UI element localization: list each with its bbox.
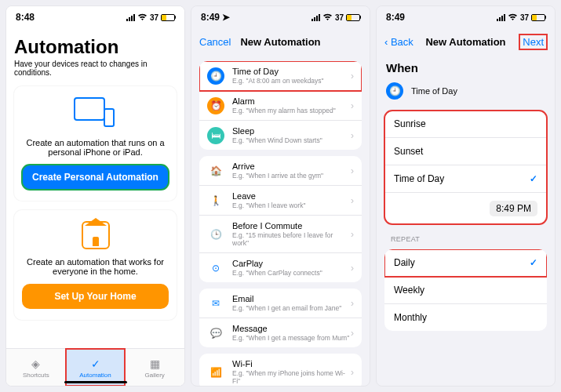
option-time-of-day[interactable]: Time of Day✓	[384, 165, 547, 193]
page-subtitle: Have your devices react to changes in co…	[14, 60, 177, 77]
status-bar: 8:48 37	[6, 6, 184, 28]
trigger-group-connectivity: 📶 Wi-FiE.g. "When my iPhone joins home W…	[199, 354, 362, 386]
check-icon: ✓	[530, 173, 537, 184]
chevron-right-icon: ›	[351, 71, 354, 82]
tab-automation[interactable]: ✓ Automation	[66, 349, 126, 386]
automation-icon: ✓	[89, 357, 103, 371]
status-time: 8:49	[201, 12, 220, 23]
when-header: When	[384, 61, 547, 74]
signal-icon	[126, 14, 135, 21]
screen-new-automation-triggers: 8:49 ➤ 37 Cancel New Automation 🕘 Time o…	[191, 5, 370, 387]
chevron-right-icon: ›	[351, 229, 354, 240]
tab-bar: ◈ Shortcuts ✓ Automation ▦ Gallery	[6, 348, 184, 386]
status-time: 8:48	[16, 12, 35, 23]
nav-bar: ‹ Back New Automation Next	[377, 28, 555, 55]
wifi-icon	[137, 13, 148, 21]
selected-trigger-row: 🕘 Time of Day	[384, 78, 547, 104]
trigger-leave[interactable]: 🚶 LeaveE.g. "When I leave work" ›	[199, 186, 362, 216]
tab-shortcuts[interactable]: ◈ Shortcuts	[6, 349, 66, 386]
wifi-icon	[508, 13, 518, 21]
home-icon	[82, 221, 110, 249]
email-icon: ✉	[207, 295, 224, 312]
trigger-group-communication: ✉ EmailE.g. "When I get an email from Ja…	[199, 289, 362, 347]
repeat-weekly[interactable]: Weekly	[384, 277, 547, 304]
chevron-right-icon: ›	[351, 165, 354, 176]
battery-pct: 37	[335, 13, 344, 22]
shortcuts-icon: ◈	[29, 357, 43, 371]
chevron-right-icon: ›	[351, 100, 354, 111]
trigger-sleep[interactable]: 🛏 SleepE.g. "When Wind Down starts" ›	[199, 121, 362, 150]
cancel-button[interactable]: Cancel	[199, 36, 231, 48]
devices-icon	[74, 97, 118, 127]
chevron-right-icon: ›	[351, 263, 354, 274]
chevron-right-icon: ›	[351, 298, 354, 309]
option-sunrise[interactable]: Sunrise	[384, 111, 547, 138]
commute-icon: 🕒	[207, 226, 224, 243]
trigger-time-of-day[interactable]: 🕘 Time of DayE.g. "At 8:00 am on weekday…	[199, 61, 362, 91]
location-icon: ➤	[222, 12, 230, 23]
trigger-message[interactable]: 💬 MessageE.g. "When I get a message from…	[199, 318, 362, 347]
arrive-icon: 🏠	[207, 162, 224, 180]
screen-automation-home: 8:48 37 Automation Have your devices rea…	[5, 5, 185, 387]
battery-pct: 37	[520, 13, 529, 22]
status-time: 8:49	[386, 12, 405, 23]
gallery-icon: ▦	[148, 357, 162, 371]
option-sunset[interactable]: Sunset	[384, 138, 547, 165]
nav-title: New Automation	[240, 36, 320, 48]
status-bar: 8:49 37	[377, 6, 555, 28]
next-button[interactable]: Next	[519, 34, 547, 49]
battery-icon	[531, 14, 545, 21]
check-icon: ✓	[530, 257, 537, 268]
repeat-label: REPEAT	[384, 235, 547, 243]
battery-icon	[161, 14, 175, 21]
page-title: Automation	[14, 36, 177, 58]
wifi-trigger-icon: 📶	[207, 364, 224, 381]
repeat-monthly[interactable]: Monthly	[384, 304, 547, 331]
screen-time-of-day-config: 8:49 37 ‹ Back New Automation Next When …	[376, 5, 556, 387]
chevron-right-icon: ›	[351, 130, 354, 141]
carplay-icon: ⊙	[207, 260, 224, 277]
create-personal-automation-button[interactable]: Create Personal Automation	[22, 165, 169, 190]
trigger-arrive[interactable]: 🏠 ArriveE.g. "When I arrive at the gym" …	[199, 156, 362, 186]
chevron-left-icon: ‹	[384, 36, 391, 48]
personal-card-text: Create an automation that runs on a pers…	[22, 138, 169, 157]
battery-pct: 37	[150, 13, 158, 22]
home-card-text: Create an automation that works for ever…	[22, 257, 169, 276]
clock-icon: 🕘	[386, 82, 403, 100]
trigger-commute[interactable]: 🕒 Before I CommuteE.g. "15 minutes befor…	[199, 216, 362, 253]
trigger-group-time: 🕘 Time of DayE.g. "At 8:00 am on weekday…	[199, 61, 362, 150]
clock-icon: 🕘	[207, 67, 224, 85]
tab-gallery[interactable]: ▦ Gallery	[125, 349, 184, 386]
repeat-daily[interactable]: Daily✓	[384, 249, 547, 277]
setup-home-button[interactable]: Set Up Your Home	[22, 284, 169, 309]
chevron-right-icon: ›	[351, 328, 354, 339]
battery-icon	[346, 14, 360, 21]
personal-automation-card: Create an automation that runs on a pers…	[14, 86, 177, 201]
wifi-icon	[322, 13, 333, 21]
trigger-email[interactable]: ✉ EmailE.g. "When I get an email from Ja…	[199, 289, 362, 318]
signal-icon	[311, 14, 320, 21]
trigger-alarm[interactable]: ⏰ AlarmE.g. "When my alarm has stopped" …	[199, 91, 362, 121]
status-bar: 8:49 ➤ 37	[191, 6, 370, 28]
home-automation-card: Create an automation that works for ever…	[14, 210, 177, 320]
alarm-icon: ⏰	[207, 97, 224, 114]
leave-icon: 🚶	[207, 192, 224, 209]
time-value[interactable]: 8:49 PM	[490, 201, 537, 216]
signal-icon	[497, 14, 505, 21]
chevron-right-icon: ›	[351, 367, 354, 378]
nav-bar: Cancel New Automation	[191, 28, 370, 55]
trigger-carplay[interactable]: ⊙ CarPlayE.g. "When CarPlay connects" ›	[199, 253, 362, 282]
back-button[interactable]: ‹ Back	[384, 36, 413, 48]
home-indicator[interactable]	[64, 381, 127, 383]
time-options-group: Sunrise Sunset Time of Day✓ 8:49 PM	[384, 111, 547, 224]
nav-title: New Automation	[425, 36, 505, 48]
repeat-group: Daily✓ Weekly Monthly	[384, 249, 547, 331]
chevron-right-icon: ›	[351, 195, 354, 206]
trigger-wifi[interactable]: 📶 Wi-FiE.g. "When my iPhone joins home W…	[199, 354, 362, 386]
time-picker-row[interactable]: 8:49 PM	[384, 193, 547, 224]
message-icon: 💬	[207, 325, 224, 342]
trigger-group-location: 🏠 ArriveE.g. "When I arrive at the gym" …	[199, 156, 362, 282]
sleep-icon: 🛏	[207, 127, 224, 144]
